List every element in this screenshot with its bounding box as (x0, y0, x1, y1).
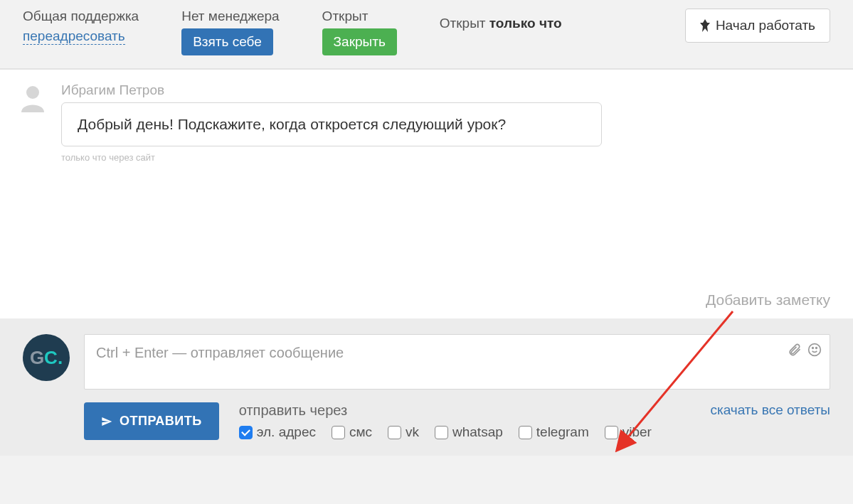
forward-link[interactable]: переадресовать (23, 28, 125, 45)
status-label: Открыт (322, 9, 397, 24)
opened-status: Открыт только что (440, 9, 562, 31)
download-all-link[interactable]: скачать все ответы (710, 402, 830, 418)
channel-telegram[interactable]: telegram (519, 424, 589, 440)
message-body: Ибрагим Петров Добрый день! Подскажите, … (61, 82, 830, 163)
support-label: Общая поддержка (23, 9, 139, 24)
conversation-area: Ибрагим Петров Добрый день! Подскажите, … (0, 70, 853, 318)
channel-эл.-адрес[interactable]: эл. адрес (239, 424, 316, 440)
checkbox-icon[interactable] (435, 426, 448, 439)
operator-avatar: GC. (23, 334, 70, 381)
avatar-icon (17, 82, 48, 114)
compose-main: ОТПРАВИТЬ отправить через эл. адрессмсvk… (84, 334, 830, 440)
add-note-link[interactable]: Добавить заметку (706, 291, 830, 309)
message: Ибрагим Петров Добрый день! Подскажите, … (17, 82, 830, 163)
take-self-button[interactable]: Взять себе (181, 28, 273, 55)
send-button[interactable]: ОТПРАВИТЬ (84, 402, 219, 440)
manager-label: Нет менеджера (181, 9, 279, 24)
send-icon (101, 416, 112, 427)
channel-смс[interactable]: смс (332, 424, 372, 440)
message-input[interactable] (84, 334, 830, 390)
start-work-button[interactable]: Начал работать (685, 9, 830, 43)
channels-label: отправить через (239, 402, 691, 419)
checkbox-icon[interactable] (388, 426, 401, 439)
checkbox-icon[interactable] (332, 426, 345, 439)
message-meta: только что через сайт (61, 152, 830, 163)
attachment-icon[interactable] (788, 343, 802, 360)
channels-block: отправить через эл. адрессмсvkwhatsaptel… (239, 402, 691, 440)
status-block: Открыт Закрыть (322, 9, 397, 55)
compose-area: GC. ОТПРАВИТЬ отправить через эл. адресс… (0, 318, 853, 456)
compose-row2: ОТПРАВИТЬ отправить через эл. адрессмсvk… (84, 402, 830, 440)
textarea-icons (788, 343, 822, 360)
pin-icon (700, 19, 710, 32)
message-bubble: Добрый день! Подскажите, когда откроется… (61, 102, 602, 146)
checkbox-icon[interactable] (239, 426, 253, 439)
support-block: Общая поддержка переадресовать (23, 9, 139, 45)
top-bar: Общая поддержка переадресовать Нет менед… (0, 0, 853, 70)
textarea-wrap (84, 334, 830, 392)
svg-point-2 (812, 348, 814, 349)
channel-vk[interactable]: vk (388, 424, 419, 440)
user-name: Ибрагим Петров (61, 82, 830, 98)
channel-list: эл. адрессмсvkwhatsaptelegramviber (239, 424, 691, 440)
manager-block: Нет менеджера Взять себе (181, 9, 279, 55)
close-button[interactable]: Закрыть (322, 28, 397, 55)
channel-viber[interactable]: viber (605, 424, 652, 440)
channel-whatsap[interactable]: whatsap (435, 424, 503, 440)
checkbox-icon[interactable] (519, 426, 532, 439)
svg-point-1 (809, 344, 821, 356)
user-avatar (17, 82, 48, 114)
svg-point-3 (816, 348, 817, 349)
emoji-icon[interactable] (807, 343, 822, 360)
topbar-right: Начал работать (685, 9, 830, 43)
checkbox-icon[interactable] (605, 426, 618, 439)
svg-point-0 (26, 86, 39, 99)
